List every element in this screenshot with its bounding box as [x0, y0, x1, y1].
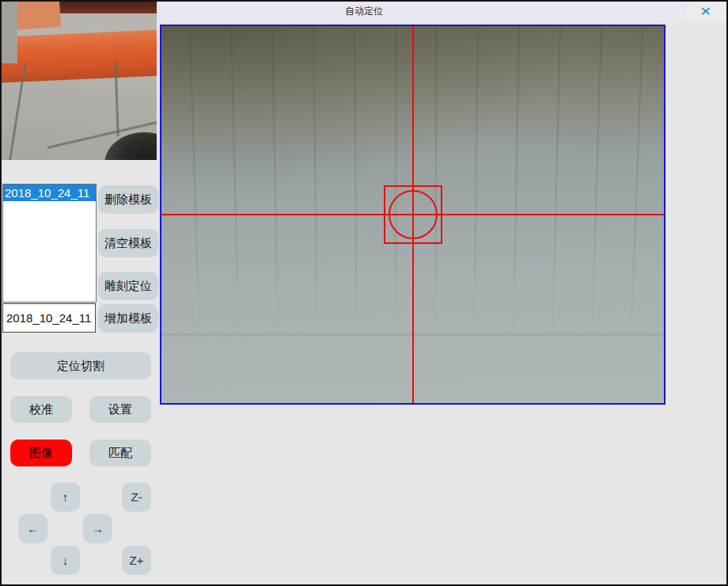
jog-up-button[interactable]: ↑	[51, 482, 80, 512]
thumbnail-detail	[2, 2, 17, 63]
thumbnail-detail	[104, 132, 157, 160]
clear-template-button[interactable]: 清空模板	[98, 229, 158, 257]
list-item[interactable]: 2018_10_24_11	[3, 185, 96, 201]
close-icon[interactable]: ✕	[700, 6, 711, 18]
image-button[interactable]: 图像	[10, 440, 72, 466]
jog-left-button[interactable]: ←	[18, 514, 47, 543]
add-template-button[interactable]: 增加模板	[98, 304, 158, 333]
jog-down-button[interactable]: ↓	[51, 546, 80, 575]
jog-right-button[interactable]: →	[83, 514, 112, 543]
camera-view[interactable]	[160, 25, 665, 405]
template-name-input[interactable]: 2018_10_24_11	[2, 303, 96, 333]
template-thumbnail	[2, 2, 157, 160]
match-button[interactable]: 匹配	[89, 440, 151, 466]
template-list[interactable]: 2018_10_24_11	[2, 184, 97, 303]
target-circle-overlay	[389, 190, 438, 239]
thumbnail-detail	[2, 29, 157, 83]
close-button[interactable]: ✕	[685, 2, 726, 21]
auto-position-dialog: 自动定位 ✕ 2018_10_24_11 2018_10_24_11 删除模板 …	[0, 0, 728, 586]
calibrate-button[interactable]: 校准	[10, 396, 72, 423]
z-minus-button[interactable]: Z-	[122, 482, 151, 512]
template-name-value: 2018_10_24_11	[6, 311, 91, 325]
engrave-position-button[interactable]: 雕刻定位	[98, 272, 158, 300]
delete-template-button[interactable]: 删除模板	[98, 185, 158, 214]
position-cut-button[interactable]: 定位切割	[10, 352, 151, 379]
z-plus-button[interactable]: Z+	[122, 546, 151, 575]
settings-button[interactable]: 设置	[89, 396, 151, 423]
